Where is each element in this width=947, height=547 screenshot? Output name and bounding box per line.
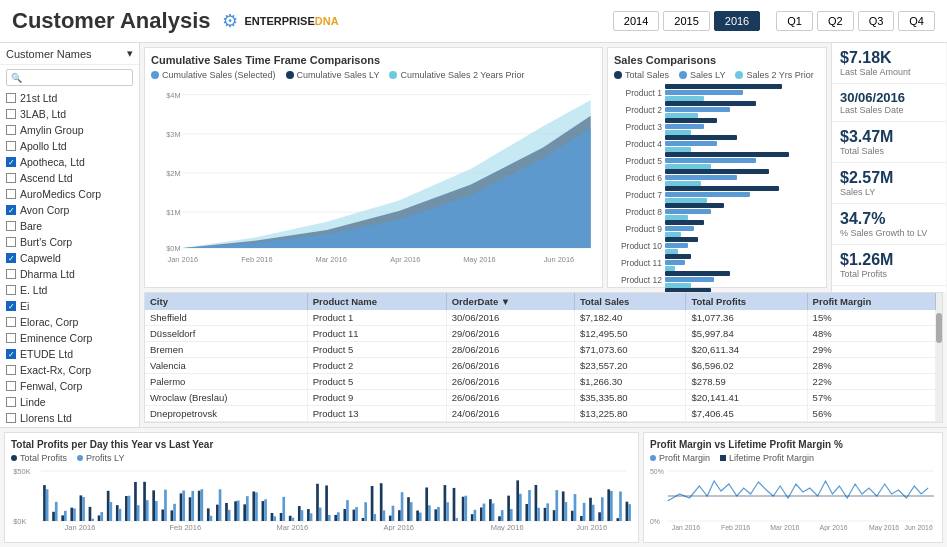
- sidebar-item[interactable]: Apollo Ltd: [0, 138, 139, 154]
- svg-rect-64: [228, 510, 231, 521]
- svg-rect-151: [626, 502, 629, 521]
- table-cell: $23,557.20: [574, 358, 685, 374]
- checkbox-icon: ✓: [6, 253, 16, 263]
- sidebar-item[interactable]: 3LAB, Ltd: [0, 106, 139, 122]
- bars-wrapper: [665, 135, 820, 152]
- sidebar-item[interactable]: Ascend Ltd: [0, 170, 139, 186]
- svg-rect-66: [237, 500, 240, 521]
- kpi-item: 34.7%% Sales Growth to LV: [832, 204, 946, 245]
- header: Customer Analysis ⚙ ENTERPRISEDNA 2014 2…: [0, 0, 947, 43]
- sidebar-item-label: AuroMedics Corp: [20, 188, 101, 200]
- table-cell: 24/06/2016: [446, 406, 574, 422]
- bars-wrapper: [665, 118, 820, 135]
- svg-rect-24: [46, 489, 49, 521]
- year-2016-btn[interactable]: 2016: [714, 11, 760, 31]
- svg-rect-27: [61, 515, 64, 521]
- table-header[interactable]: OrderDate ▼: [446, 293, 574, 310]
- svg-rect-100: [392, 506, 395, 521]
- sidebar-item[interactable]: Bare: [0, 218, 139, 234]
- table-header[interactable]: Total Profits: [686, 293, 807, 310]
- bar-label: Product 12: [614, 275, 662, 285]
- svg-rect-84: [319, 508, 322, 521]
- sidebar-item[interactable]: ✓Ei: [0, 298, 139, 314]
- svg-rect-122: [492, 503, 495, 521]
- bar-segment: [665, 118, 717, 123]
- q4-btn[interactable]: Q4: [898, 11, 935, 31]
- sidebar-item[interactable]: Fenwal, Corp: [0, 378, 139, 394]
- q2-btn[interactable]: Q2: [817, 11, 854, 31]
- svg-rect-104: [410, 502, 413, 521]
- kpi-label: % Sales Growth to LV: [840, 228, 938, 238]
- sidebar-item-label: E. Ltd: [20, 284, 47, 296]
- bar-segment: [665, 237, 698, 242]
- header-logo: ⚙ ENTERPRISEDNA: [222, 10, 338, 32]
- sidebar-item[interactable]: Amylin Group: [0, 122, 139, 138]
- svg-rect-106: [419, 513, 422, 521]
- scrollbar[interactable]: [936, 293, 942, 422]
- sidebar-item[interactable]: E. Ltd: [0, 282, 139, 298]
- scroll-thumb[interactable]: [936, 313, 942, 343]
- bar-segment: [665, 271, 730, 276]
- kpi-value: $1.26M: [840, 251, 938, 269]
- svg-rect-139: [571, 511, 574, 521]
- bar-row: Product 1: [614, 84, 820, 101]
- svg-rect-89: [343, 509, 346, 521]
- kpi-label: Last Sale Amount: [840, 67, 938, 77]
- checkbox-icon: ✓: [6, 349, 16, 359]
- sidebar-item[interactable]: AuroMedics Corp: [0, 186, 139, 202]
- table-cell: 22%: [807, 374, 935, 390]
- bar-row: Product 5: [614, 152, 820, 169]
- bar-segment: [665, 254, 691, 259]
- svg-rect-152: [628, 504, 631, 521]
- chevron-down-icon[interactable]: ▾: [127, 47, 133, 60]
- sidebar-item[interactable]: ✓Capweld: [0, 250, 139, 266]
- sidebar-item[interactable]: Dharma Ltd: [0, 266, 139, 282]
- year-2015-btn[interactable]: 2015: [663, 11, 709, 31]
- logo-text: ENTERPRISEDNA: [244, 15, 338, 27]
- svg-rect-137: [562, 491, 565, 521]
- sidebar-item[interactable]: ✓ETUDE Ltd: [0, 346, 139, 362]
- svg-rect-52: [173, 504, 176, 521]
- sidebar-search-box[interactable]: 🔍: [6, 69, 133, 86]
- svg-rect-105: [416, 511, 419, 521]
- svg-rect-35: [98, 515, 101, 521]
- bar-label: Product 8: [614, 207, 662, 217]
- q1-btn[interactable]: Q1: [776, 11, 813, 31]
- sidebar-item[interactable]: ✓Apotheca, Ltd: [0, 154, 139, 170]
- sidebar-item-label: Apollo Ltd: [20, 140, 67, 152]
- svg-rect-87: [334, 515, 337, 521]
- sidebar-item[interactable]: Elorac, Corp: [0, 314, 139, 330]
- sidebar-item[interactable]: Eminence Corp: [0, 330, 139, 346]
- table-header[interactable]: Profit Margin: [807, 293, 935, 310]
- sidebar-item[interactable]: Linde: [0, 394, 139, 410]
- table-cell: 30/06/2016: [446, 310, 574, 326]
- sidebar-item[interactable]: ✓Avon Corp: [0, 202, 139, 218]
- table-header[interactable]: City: [145, 293, 307, 310]
- table-cell: Product 11: [307, 326, 446, 342]
- sidebar-item[interactable]: 21st Ltd: [0, 90, 139, 106]
- checkbox-icon: [6, 141, 16, 151]
- search-input[interactable]: [25, 72, 128, 83]
- svg-rect-59: [207, 508, 210, 521]
- table-cell: 28%: [807, 358, 935, 374]
- svg-rect-131: [535, 485, 538, 521]
- table-header[interactable]: Product Name: [307, 293, 446, 310]
- sidebar-item[interactable]: Llorens Ltd: [0, 410, 139, 426]
- bar-label: Product 2: [614, 105, 662, 115]
- year-2014-btn[interactable]: 2014: [613, 11, 659, 31]
- svg-rect-95: [371, 486, 374, 521]
- svg-rect-111: [444, 485, 447, 521]
- table-header[interactable]: Total Sales: [574, 293, 685, 310]
- bar-segment: [665, 152, 789, 157]
- svg-rect-108: [428, 505, 431, 521]
- table-cell: $13,225.80: [574, 406, 685, 422]
- svg-text:Jun 2016: Jun 2016: [544, 255, 574, 264]
- q3-btn[interactable]: Q3: [858, 11, 895, 31]
- bar-segment: [665, 243, 688, 248]
- bar-row: Product 6: [614, 169, 820, 186]
- sidebar-item[interactable]: Exact-Rx, Corp: [0, 362, 139, 378]
- bar-row: Product 2: [614, 101, 820, 118]
- svg-rect-116: [464, 496, 467, 521]
- svg-rect-67: [243, 504, 246, 521]
- sidebar-item[interactable]: Burt's Corp: [0, 234, 139, 250]
